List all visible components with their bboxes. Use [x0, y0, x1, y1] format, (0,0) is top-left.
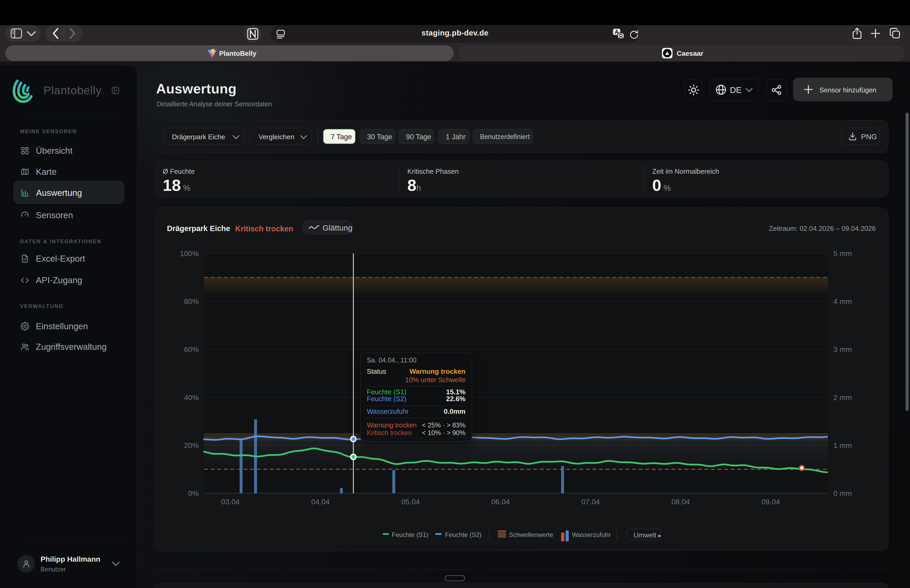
svg-text:1 mm: 1 mm	[833, 441, 852, 449]
svg-text:3 mm: 3 mm	[833, 345, 852, 354]
svg-text:0%: 0%	[188, 489, 199, 498]
svg-text:03.04: 03.04	[221, 498, 239, 506]
svg-text:80%: 80%	[184, 297, 199, 305]
svg-text:60%: 60%	[184, 345, 199, 354]
svg-text:100%: 100%	[180, 250, 199, 258]
svg-text:0 mm: 0 mm	[833, 489, 852, 498]
svg-text:2 mm: 2 mm	[833, 394, 852, 402]
svg-text:4 mm: 4 mm	[833, 297, 852, 305]
svg-text:08.04: 08.04	[671, 498, 690, 506]
svg-text:20%: 20%	[184, 441, 199, 449]
svg-text:05.04: 05.04	[401, 498, 420, 506]
svg-text:07.04: 07.04	[581, 498, 600, 506]
svg-text:09.04: 09.04	[761, 498, 780, 506]
svg-text:5 mm: 5 mm	[833, 250, 852, 258]
svg-text:04.04: 04.04	[311, 498, 330, 506]
svg-text:06.04: 06.04	[491, 498, 510, 506]
svg-text:40%: 40%	[184, 394, 199, 402]
